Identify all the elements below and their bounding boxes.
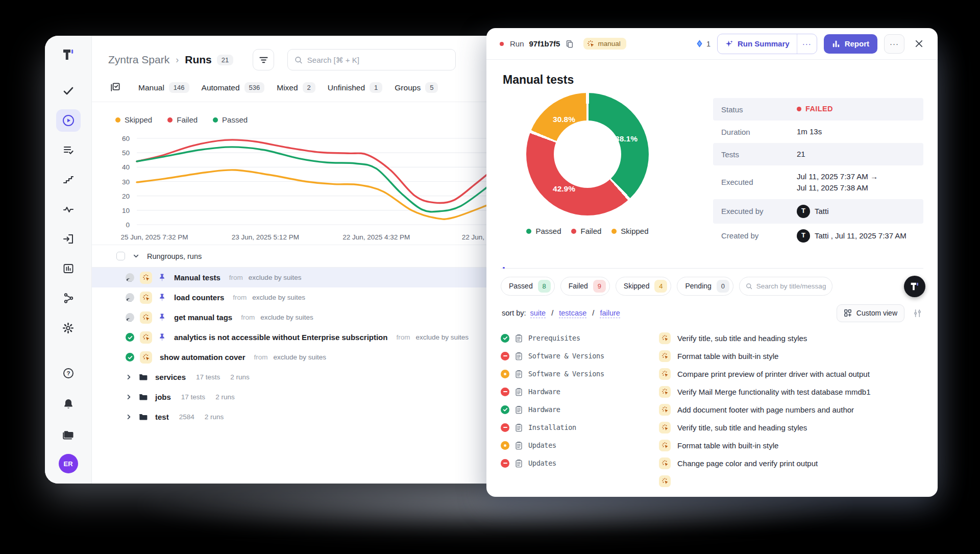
run-summary-more[interactable]: ··· [797, 34, 817, 54]
summary-row: Created by TTatti , Jul 11, 2025 7:37 AM [713, 224, 923, 248]
run-type-tab[interactable]: Unfinished1 [328, 82, 382, 93]
legend-item: Passed [213, 115, 248, 124]
sort-link-failure[interactable]: failure [600, 309, 620, 318]
test-status-icon [501, 423, 509, 432]
copy-icon[interactable] [565, 39, 574, 49]
help-button[interactable]: ? [56, 362, 81, 384]
custom-view-button[interactable]: Custom view [837, 304, 904, 322]
test-row[interactable]: Updates Change page color and verify pri… [501, 454, 923, 472]
test-status-icon [501, 459, 509, 468]
run-summary-table: Status FAILED Duration 1m 13s Tests 21 E… [713, 98, 923, 248]
chevron-right-icon[interactable] [126, 414, 132, 420]
jira-link[interactable]: 1 [695, 39, 710, 48]
suite-name: Installation [528, 423, 576, 431]
search-input[interactable] [307, 56, 449, 64]
run-type-tab[interactable]: Manual146 [138, 82, 189, 93]
projects-button[interactable] [56, 423, 81, 446]
test-row[interactable]: Hardware Verify Mail Merge functionality… [501, 383, 923, 401]
sliders-icon[interactable] [913, 308, 922, 318]
chevron-right-icon[interactable] [126, 394, 132, 400]
close-button[interactable] [911, 36, 926, 52]
test-row[interactable]: Software & Versions Compare print previe… [501, 365, 923, 383]
test-status-icon [501, 334, 509, 343]
rungroups-title: Rungroups, runs [147, 252, 202, 260]
clipboard-icon [514, 423, 523, 432]
folder-name: services [155, 373, 186, 381]
breadcrumb-project[interactable]: Zyntra Spark [108, 54, 169, 66]
global-search[interactable] [287, 49, 456, 70]
user-avatar[interactable]: ER [59, 454, 78, 473]
status-filter-pill[interactable]: Failed9 [560, 277, 610, 296]
test-title: Add document footer with page numbers an… [677, 405, 854, 414]
donut-slice-label: 38.1% [615, 134, 638, 143]
run-status-dot [500, 42, 504, 46]
run-type-tab[interactable]: Groups5 [395, 82, 438, 93]
status-filter-pill[interactable]: Skipped4 [616, 277, 672, 296]
test-row[interactable]: Software & Versions Format table with bu… [501, 347, 923, 365]
manual-test-icon [659, 422, 671, 433]
status-filter-row: Passed8Failed9Skipped4Pending0 [501, 277, 923, 296]
report-chart-icon [832, 40, 840, 48]
test-row[interactable]: Updates Format table with built-in style [501, 437, 923, 454]
manual-run-icon [140, 272, 152, 284]
app-logo[interactable] [61, 47, 76, 64]
report-button[interactable]: Report [824, 34, 877, 54]
run-status-icon [126, 333, 134, 342]
run-summary-button[interactable]: Run Summary ··· [717, 34, 817, 54]
sidebar-item-analytics[interactable] [56, 257, 81, 280]
test-row[interactable] [501, 472, 923, 490]
test-row[interactable]: Prerequisites Verify title, sub title an… [501, 329, 923, 347]
chevron-right-icon[interactable] [126, 374, 132, 380]
sidebar-item-pulse[interactable] [56, 198, 81, 221]
chevron-down-icon[interactable] [133, 253, 139, 259]
suite-name: Prerequisites [528, 334, 580, 342]
pin-icon [158, 333, 166, 342]
sidebar-item-runs[interactable] [56, 109, 81, 132]
run-type-tab[interactable]: Mixed2 [277, 82, 315, 93]
breadcrumb-separator: › [176, 55, 179, 65]
panel-more-button[interactable]: ··· [884, 34, 904, 54]
notifications-button[interactable] [56, 393, 81, 415]
panel-tab[interactable] [540, 258, 542, 268]
summary-row: Status FAILED [713, 98, 923, 121]
sidebar-item-plans[interactable] [56, 139, 81, 161]
panel-tab[interactable] [503, 258, 505, 268]
floating-logo[interactable] [904, 276, 925, 297]
gear-icon [62, 322, 75, 334]
run-status-icon [126, 353, 134, 362]
panel-tab[interactable] [521, 258, 523, 268]
sort-link-testcase[interactable]: testcase [559, 309, 586, 318]
legend-item: Failed [571, 227, 601, 235]
sort-row: sort by: suite / testcase / failure Cust… [501, 304, 923, 322]
svg-text:0: 0 [126, 221, 130, 229]
status-filter-pill[interactable]: Passed8 [501, 277, 555, 296]
diamond-count: 1 [706, 40, 710, 48]
sort-link-suite[interactable]: suite [530, 309, 546, 318]
filter-button[interactable] [253, 49, 274, 70]
sidebar-item-settings[interactable] [56, 317, 81, 339]
test-row[interactable]: Installation Verify title, sub title and… [501, 419, 923, 437]
run-title: Manual tests [503, 73, 923, 87]
manual-test-icon [659, 350, 671, 362]
run-type-tab[interactable]: Automated536 [202, 82, 265, 93]
test-search-input[interactable] [756, 282, 826, 290]
legend-item: Passed [526, 227, 561, 235]
status-filter-pill[interactable]: Pending0 [677, 277, 733, 296]
grid-icon [844, 309, 852, 317]
legend-item: Failed [167, 115, 198, 124]
test-status-icon [501, 441, 509, 450]
sidebar-item-import[interactable] [56, 228, 81, 250]
manual-run-icon [140, 292, 152, 304]
test-title: Verify Mail Merge functionality with tes… [677, 388, 871, 396]
test-search[interactable] [739, 277, 832, 296]
sidebar-item-branches[interactable] [56, 287, 81, 309]
manual-run-icon [140, 351, 152, 364]
suite-name: Updates [528, 459, 556, 467]
runs-count-badge: 21 [217, 55, 233, 65]
test-row[interactable]: Hardware Add document footer with page n… [501, 401, 923, 419]
donut-chart: 38.1%42.9%30.8% [526, 93, 649, 215]
select-all-checkbox[interactable] [116, 252, 125, 260]
sidebar-item-tests[interactable] [56, 80, 81, 102]
suite-name: Software & Versions [528, 352, 604, 360]
sidebar-item-milestones[interactable] [56, 168, 81, 191]
